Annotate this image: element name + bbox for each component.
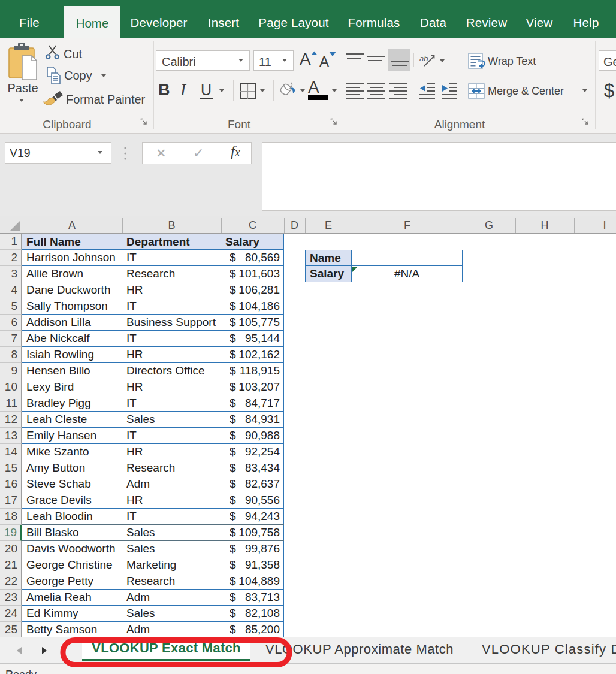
svg-text:ab: ab: [419, 54, 428, 63]
